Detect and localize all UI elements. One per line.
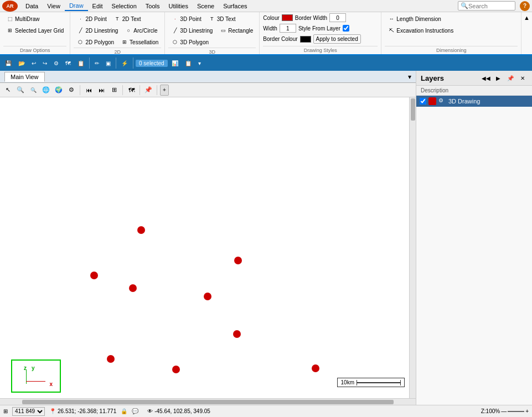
view-coords-text: -45.64, 102.85, 349.05: [154, 408, 210, 414]
length-dimension-label: Length Dimension: [396, 16, 441, 22]
tessellation-button[interactable]: ⊞ Tessellation: [118, 37, 161, 48]
zoom-level: Z:100%: [481, 408, 500, 414]
style-from-layer-checkbox[interactable]: [343, 25, 349, 32]
menu-item-selection[interactable]: Selection: [107, 2, 141, 11]
menu-item-draw[interactable]: Draw: [65, 1, 88, 11]
cursor-tool-button[interactable]: ↖: [2, 85, 13, 96]
toolbar-select-button[interactable]: ▣: [103, 59, 113, 68]
grid-button[interactable]: ⊞: [109, 85, 120, 96]
border-width-input[interactable]: [329, 13, 346, 22]
bookmark-button[interactable]: 📌: [143, 85, 154, 96]
status-grid-icon[interactable]: ⊞: [3, 408, 8, 414]
layers-pin-button[interactable]: 📌: [505, 73, 515, 83]
canvas-area[interactable]: 10km z y x: [0, 97, 416, 398]
rectangle-button[interactable]: ▭ Rectangle: [216, 25, 256, 36]
toolbar-open-button[interactable]: 📂: [16, 59, 28, 68]
border-width-label: Border Width: [295, 15, 327, 21]
viewport-tools: ↖ 🔍 🔍 🌐 🌍 ⚙ ⏮ ⏭ ⊞ 🗺 📌 +: [0, 83, 416, 97]
layer-visible-checkbox[interactable]: [420, 98, 426, 105]
rectangle-label: Rectangle: [228, 28, 253, 34]
3d-text-button[interactable]: T 3D Text: [205, 13, 239, 24]
viewport-scrollbar[interactable]: [409, 97, 416, 398]
help-button[interactable]: ?: [520, 1, 530, 11]
length-dimension-button[interactable]: ↔ Length Dimension: [385, 13, 518, 24]
layers-expand-button[interactable]: ▶: [493, 73, 503, 83]
colour-swatch[interactable]: [282, 14, 293, 21]
menu-item-view[interactable]: View: [43, 2, 65, 11]
width-input[interactable]: [280, 24, 296, 33]
menu-bar: AR Data View Draw Edit Selection Tools U…: [0, 0, 532, 12]
3d-point-button[interactable]: · 3D Point: [168, 13, 204, 24]
main-view-tab[interactable]: Main View: [4, 72, 45, 82]
zoom-minus-button[interactable]: —: [501, 408, 507, 414]
selected-layer-grid-label: Selected Layer Grid: [15, 28, 64, 34]
2d-polygon-button[interactable]: ⬡ 2D Polygon: [74, 37, 117, 48]
record-id-select[interactable]: 411 849: [12, 407, 45, 416]
status-message-icon[interactable]: 💬: [132, 408, 138, 414]
toolbar-table-button[interactable]: 📋: [182, 59, 194, 68]
toolbar-settings-button[interactable]: ⚙: [51, 59, 61, 68]
layers-header: Layers ◀◀ ▶ 📌 ✕: [416, 71, 532, 86]
globe-button[interactable]: 🌐: [40, 85, 51, 96]
h-scroll-thumb[interactable]: [22, 400, 394, 404]
scroll-thumb[interactable]: [411, 98, 415, 121]
toolbar-export-button[interactable]: 📊: [169, 59, 181, 68]
2d-linestring-button[interactable]: ╱ 2D Linestring: [74, 25, 121, 36]
menu-item-tools[interactable]: Tools: [141, 2, 164, 11]
scale-bar: 10km: [337, 378, 405, 387]
menu-item-utilities[interactable]: Utilities: [164, 2, 193, 11]
menu-item-surfaces[interactable]: Surfaces: [219, 2, 251, 11]
toolbar-save-button[interactable]: 💾: [2, 59, 14, 68]
selected-layer-grid-button[interactable]: ⊞ Selected Layer Grid: [3, 25, 66, 36]
zoom-in-button[interactable]: 🔍: [15, 85, 26, 96]
zoom-plus-button[interactable]: +: [525, 408, 529, 414]
toolbar-map-button[interactable]: 🗺: [63, 59, 74, 68]
toolbar-undo-button[interactable]: ↩: [29, 59, 39, 68]
zoom-out-button[interactable]: 🔍: [28, 85, 39, 96]
tab-close-button[interactable]: ▾: [408, 73, 411, 81]
menu-item-data[interactable]: Data: [21, 2, 43, 11]
dot-7: [107, 355, 115, 363]
layer-row-3d-drawing[interactable]: ⚙ 3D Drawing: [416, 96, 532, 107]
search-input[interactable]: [468, 3, 513, 9]
open-icon: 📂: [18, 60, 25, 66]
3d-linestring-button[interactable]: ╱ 3D Linestring: [168, 25, 215, 36]
toolbar-draw-button[interactable]: ✏: [92, 59, 102, 68]
vp-separator-1: [80, 85, 80, 95]
status-lock-icon[interactable]: 🔒: [121, 408, 127, 414]
gear-button[interactable]: ⚙: [66, 85, 77, 96]
toolbar-layers-button[interactable]: 📋: [75, 59, 87, 68]
2d-point-icon: ·: [76, 15, 84, 23]
3d-text-label: 3D Text: [217, 16, 236, 22]
forward-button[interactable]: ⏭: [96, 85, 107, 96]
map-layer-button[interactable]: 🗺: [126, 85, 137, 96]
vp-separator-4: [157, 85, 157, 95]
menu-item-scene[interactable]: Scene: [193, 2, 219, 11]
border-colour-swatch[interactable]: [300, 36, 311, 43]
status-record-id: 411 849: [12, 407, 45, 416]
2d-point-button[interactable]: · 2D Point: [74, 13, 109, 24]
multidraw-label: MultiDraw: [15, 16, 39, 22]
toolbar-dropdown-button[interactable]: ▾: [195, 59, 204, 68]
ribbon-section-title-dimensioning: Dimensioning: [385, 46, 518, 53]
ribbon-collapse-button[interactable]: ▲: [521, 12, 532, 54]
rewind-button[interactable]: ⏮: [83, 85, 94, 96]
toolbar-filter-button[interactable]: ⚡: [118, 59, 131, 68]
apply-to-selected-button[interactable]: Apply to selected: [313, 34, 361, 44]
3d-polygon-button[interactable]: ⬡ 3D Polygon: [168, 37, 211, 48]
ribbon-section-draw-options: ⬚ MultiDraw ⊞ Selected Layer Grid Draw O…: [0, 12, 70, 54]
multidraw-button[interactable]: ⬚ MultiDraw: [3, 13, 66, 24]
h-scrollbar[interactable]: [0, 398, 416, 405]
excavation-instructions-button[interactable]: ⛏ Excavation Instructions: [385, 25, 518, 36]
2d-text-label: 2D Text: [122, 16, 141, 22]
globe-alt-button[interactable]: 🌍: [53, 85, 64, 96]
2d-text-button[interactable]: T 2D Text: [111, 13, 144, 24]
layers-close-button[interactable]: ✕: [518, 73, 528, 83]
multidraw-icon: ⬚: [6, 15, 14, 23]
layers-collapse-left-button[interactable]: ◀◀: [481, 73, 491, 83]
toolbar-redo-button[interactable]: ↪: [40, 59, 50, 68]
arc-circle-button[interactable]: ○ Arc/Circle: [122, 25, 160, 36]
menu-item-edit[interactable]: Edit: [88, 2, 107, 11]
export-icon: 📊: [172, 60, 178, 66]
layers-controls: ◀◀ ▶ 📌 ✕: [481, 73, 528, 83]
